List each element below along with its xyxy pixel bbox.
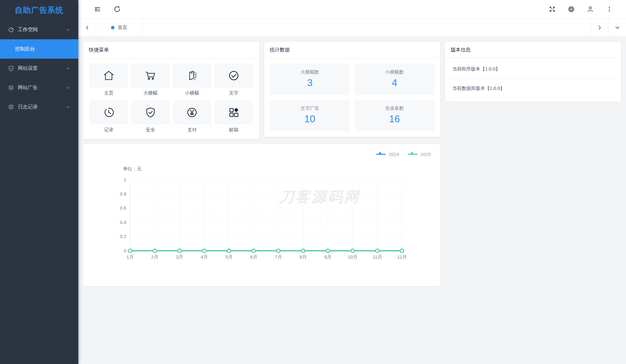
quick-item-security[interactable]: 安全 xyxy=(131,100,170,137)
stats-grid: 大横幅数 3 小横幅数 4 文字广告 10 充值条数 16 xyxy=(264,58,440,137)
chevron-down-icon xyxy=(66,85,70,90)
x-tick-label: 1月 xyxy=(126,254,133,260)
x-tick-label: 10月 xyxy=(348,254,358,260)
chevron-up-icon xyxy=(66,27,70,32)
x-tick-label: 4月 xyxy=(201,254,208,260)
quick-item-home[interactable]: 主页 xyxy=(90,64,128,100)
y-tick-label: 0.8 xyxy=(120,191,126,197)
x-tick-label: 12月 xyxy=(397,254,407,260)
x-tick-label: 3月 xyxy=(176,254,183,260)
y-tick-label: 0 xyxy=(124,248,126,253)
quick-item-small-banner[interactable]: 小横幅 xyxy=(173,64,211,100)
main-column: 首页 快捷菜单 主页 xyxy=(78,0,626,364)
banner-icon xyxy=(186,70,198,81)
tab-bar: 首页 xyxy=(78,18,626,37)
tabs-scroll-left-button[interactable] xyxy=(78,18,96,36)
check-circle-icon xyxy=(228,70,240,81)
quick-item-text[interactable]: 文字 xyxy=(215,64,253,100)
page-content: 快捷菜单 主页 xyxy=(78,37,626,364)
data-point xyxy=(129,249,132,253)
data-point xyxy=(376,249,379,253)
sidebar: 自助广告系统 工作空间 控制后台 网站设置 xyxy=(0,0,78,364)
tab-label: 首页 xyxy=(118,25,127,31)
quick-item-records[interactable]: 记录 xyxy=(90,100,128,137)
gauge-icon xyxy=(8,27,14,33)
top-header xyxy=(78,0,626,18)
x-tick-label: 9月 xyxy=(324,254,332,260)
quick-item-big-banner[interactable]: 大横幅 xyxy=(131,64,170,100)
active-tab-dot xyxy=(111,26,114,29)
stat-text-ads-count: 文字广告 10 xyxy=(270,100,350,131)
legend-marker xyxy=(408,152,418,156)
tab-home[interactable]: 首页 xyxy=(96,18,142,36)
stat-recharge-count: 充值条数 16 xyxy=(355,100,435,131)
y-tick-label: 0.6 xyxy=(120,205,126,211)
version-list: 当前程序版本【1.0.0】 当前数据库版本【1.0.0】 xyxy=(445,58,621,102)
tabs-menu-button[interactable] xyxy=(608,18,626,36)
layers-icon xyxy=(8,85,14,91)
sidebar-item-site-ads[interactable]: 网站广告 xyxy=(0,78,78,97)
menu-fold-icon[interactable] xyxy=(94,6,101,13)
x-tick-label: 7月 xyxy=(275,254,282,260)
data-point xyxy=(202,249,206,253)
stats-card: 统计数据 大横幅数 3 小横幅数 4 文字广告 10 充值条 xyxy=(264,42,440,137)
cart-icon xyxy=(145,70,156,81)
data-point xyxy=(252,249,255,253)
chevron-down-icon xyxy=(66,66,70,71)
quick-item-payment[interactable]: 支付 xyxy=(173,100,211,137)
data-point xyxy=(178,249,181,253)
sidebar-item-site-settings[interactable]: 网站设置 xyxy=(0,59,78,78)
x-tick-label: 6月 xyxy=(250,254,257,260)
x-tick-label: 5月 xyxy=(225,254,232,260)
data-point xyxy=(277,249,280,253)
fullscreen-icon[interactable] xyxy=(549,6,556,13)
sidebar-item-logs[interactable]: 日志记录 xyxy=(0,97,78,117)
tabs-scroll-right-button[interactable] xyxy=(590,18,608,36)
yen-circle-icon xyxy=(186,107,198,118)
stat-small-banner-count: 小横幅数 4 xyxy=(355,64,435,95)
shield-check-icon xyxy=(145,107,156,118)
x-tick-label: 2月 xyxy=(151,254,158,260)
user-icon[interactable] xyxy=(587,6,594,13)
chart-legend: 2024 2025 xyxy=(376,152,431,157)
quick-menu-card: 快捷菜单 主页 xyxy=(83,42,259,139)
sidebar-item-label: 日志记录 xyxy=(18,104,38,110)
database-version-row: 当前数据库版本【1.0.0】 xyxy=(451,79,615,98)
x-tick-label: 8月 xyxy=(299,254,307,260)
header-left-actions xyxy=(94,6,121,13)
home-icon xyxy=(103,70,114,81)
sidebar-item-workspace[interactable]: 工作空间 xyxy=(0,20,78,39)
stat-big-banner-count: 大横幅数 3 xyxy=(270,64,350,95)
data-point xyxy=(301,249,305,253)
card-title: 快捷菜单 xyxy=(83,42,259,58)
quick-item-mailbox[interactable]: 邮箱 xyxy=(215,100,253,137)
data-point xyxy=(400,249,404,253)
chart-unit-label: 单位：元 xyxy=(123,166,142,172)
header-right-actions xyxy=(549,6,613,13)
y-tick-label: 0.4 xyxy=(120,220,126,225)
legend-label: 2024 xyxy=(389,152,399,157)
version-card: 版本信息 当前程序版本【1.0.0】 当前数据库版本【1.0.0】 xyxy=(445,42,621,102)
program-version-row: 当前程序版本【1.0.0】 xyxy=(451,59,615,79)
layers-icon xyxy=(8,104,14,110)
sidebar-item-label: 网站设置 xyxy=(18,65,38,72)
card-title: 版本信息 xyxy=(445,42,621,58)
y-tick-label: 0.2 xyxy=(120,234,126,239)
sidebar-subitem-control-backend[interactable]: 控制后台 xyxy=(0,39,78,59)
legend-label: 2025 xyxy=(420,152,431,157)
app-title: 自助广告系统 xyxy=(0,0,78,20)
refresh-icon[interactable] xyxy=(114,6,121,13)
legend-item-2025[interactable]: 2025 xyxy=(408,152,431,157)
chevron-down-icon xyxy=(66,105,70,109)
legend-item-2024[interactable]: 2024 xyxy=(376,152,399,157)
line-chart: 1月2月3月4月5月6月7月8月9月10月11月12月00.20.40.60.8… xyxy=(83,144,440,286)
apps-icon xyxy=(228,107,240,118)
globe-icon[interactable] xyxy=(568,6,575,13)
more-vertical-icon[interactable] xyxy=(606,6,613,13)
data-point xyxy=(227,249,231,253)
workspace-submenu: 控制后台 xyxy=(0,39,78,59)
legend-marker xyxy=(376,152,386,156)
shield-icon xyxy=(8,65,14,72)
y-tick-label: 1 xyxy=(124,177,126,182)
sidebar-item-label: 网站广告 xyxy=(18,85,38,91)
